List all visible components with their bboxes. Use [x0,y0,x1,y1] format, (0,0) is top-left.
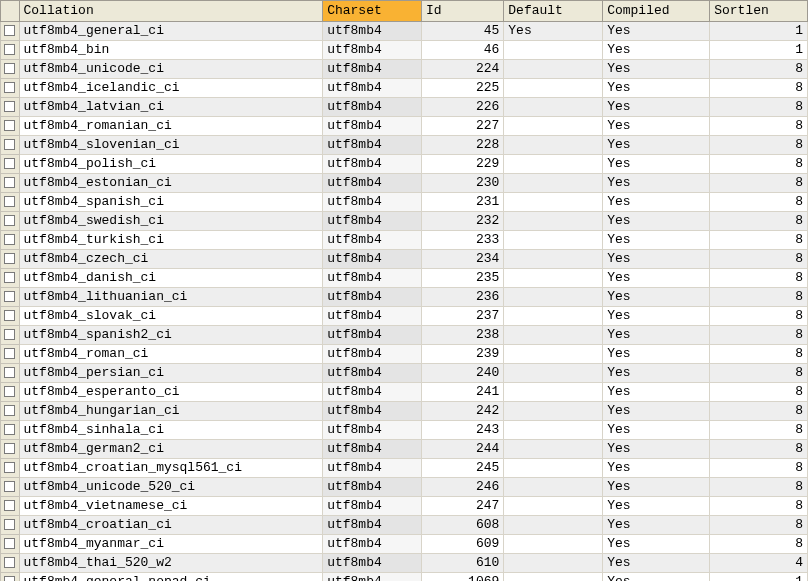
checkbox-icon[interactable] [4,557,15,568]
row-checkbox[interactable] [1,155,20,174]
cell-sortlen: 8 [710,98,808,117]
table-row[interactable]: utf8mb4_slovenian_ciutf8mb4228Yes8 [1,136,808,155]
table-row[interactable]: utf8mb4_swedish_ciutf8mb4232Yes8 [1,212,808,231]
row-checkbox[interactable] [1,288,20,307]
row-checkbox[interactable] [1,535,20,554]
table-row[interactable]: utf8mb4_roman_ciutf8mb4239Yes8 [1,345,808,364]
row-checkbox[interactable] [1,459,20,478]
table-row[interactable]: utf8mb4_croatian_mysql561_ciutf8mb4245Ye… [1,459,808,478]
checkbox-icon[interactable] [4,215,15,226]
checkbox-icon[interactable] [4,443,15,454]
row-checkbox[interactable] [1,174,20,193]
row-checkbox[interactable] [1,117,20,136]
row-checkbox[interactable] [1,478,20,497]
checkbox-icon[interactable] [4,139,15,150]
checkbox-icon[interactable] [4,519,15,530]
checkbox-icon[interactable] [4,158,15,169]
row-checkbox[interactable] [1,364,20,383]
row-checkbox[interactable] [1,421,20,440]
row-checkbox[interactable] [1,98,20,117]
row-checkbox[interactable] [1,573,20,582]
table-row[interactable]: utf8mb4_unicode_ciutf8mb4224Yes8 [1,60,808,79]
table-row[interactable]: utf8mb4_czech_ciutf8mb4234Yes8 [1,250,808,269]
table-row[interactable]: utf8mb4_general_nopad_ciutf8mb41069Yes1 [1,573,808,582]
table-row[interactable]: utf8mb4_vietnamese_ciutf8mb4247Yes8 [1,497,808,516]
checkbox-icon[interactable] [4,538,15,549]
row-checkbox[interactable] [1,136,20,155]
checkbox-icon[interactable] [4,462,15,473]
checkbox-icon[interactable] [4,348,15,359]
checkbox-icon[interactable] [4,310,15,321]
row-checkbox[interactable] [1,193,20,212]
checkbox-icon[interactable] [4,44,15,55]
table-row[interactable]: utf8mb4_unicode_520_ciutf8mb4246Yes8 [1,478,808,497]
row-checkbox[interactable] [1,250,20,269]
checkbox-icon[interactable] [4,329,15,340]
table-row[interactable]: utf8mb4_polish_ciutf8mb4229Yes8 [1,155,808,174]
checkbox-icon[interactable] [4,253,15,264]
table-row[interactable]: utf8mb4_sinhala_ciutf8mb4243Yes8 [1,421,808,440]
column-header-charset[interactable]: Charset [323,1,422,22]
checkbox-icon[interactable] [4,424,15,435]
table-row[interactable]: utf8mb4_turkish_ciutf8mb4233Yes8 [1,231,808,250]
row-checkbox[interactable] [1,497,20,516]
checkbox-icon[interactable] [4,481,15,492]
checkbox-icon[interactable] [4,500,15,511]
row-checkbox[interactable] [1,41,20,60]
row-checkbox[interactable] [1,307,20,326]
checkbox-icon[interactable] [4,405,15,416]
column-header-default[interactable]: Default [504,1,603,22]
table-row[interactable]: utf8mb4_thai_520_w2utf8mb4610Yes4 [1,554,808,573]
column-header-compiled[interactable]: Compiled [603,1,710,22]
checkbox-icon[interactable] [4,82,15,93]
checkbox-icon[interactable] [4,101,15,112]
checkbox-icon[interactable] [4,291,15,302]
checkbox-icon[interactable] [4,367,15,378]
table-row[interactable]: utf8mb4_persian_ciutf8mb4240Yes8 [1,364,808,383]
table-row[interactable]: utf8mb4_latvian_ciutf8mb4226Yes8 [1,98,808,117]
table-row[interactable]: utf8mb4_myanmar_ciutf8mb4609Yes8 [1,535,808,554]
row-checkbox[interactable] [1,345,20,364]
checkbox-icon[interactable] [4,234,15,245]
column-header-id[interactable]: Id [421,1,503,22]
row-checkbox[interactable] [1,326,20,345]
table-row[interactable]: utf8mb4_hungarian_ciutf8mb4242Yes8 [1,402,808,421]
row-checkbox[interactable] [1,383,20,402]
row-checkbox[interactable] [1,231,20,250]
table-row[interactable]: utf8mb4_german2_ciutf8mb4244Yes8 [1,440,808,459]
column-header-collation[interactable]: Collation [19,1,323,22]
row-checkbox[interactable] [1,554,20,573]
row-checkbox[interactable] [1,79,20,98]
row-checkbox[interactable] [1,60,20,79]
row-checkbox[interactable] [1,269,20,288]
checkbox-icon[interactable] [4,196,15,207]
table-row[interactable]: utf8mb4_general_ciutf8mb445YesYes1 [1,22,808,41]
row-checkbox[interactable] [1,212,20,231]
table-row[interactable]: utf8mb4_icelandic_ciutf8mb4225Yes8 [1,79,808,98]
checkbox-icon[interactable] [4,177,15,188]
checkbox-icon[interactable] [4,25,15,36]
select-all-checkbox-header[interactable] [1,1,20,22]
table-row[interactable]: utf8mb4_croatian_ciutf8mb4608Yes8 [1,516,808,535]
cell-collation: utf8mb4_esperanto_ci [19,383,323,402]
checkbox-icon[interactable] [4,120,15,131]
table-row[interactable]: utf8mb4_spanish2_ciutf8mb4238Yes8 [1,326,808,345]
checkbox-icon[interactable] [4,272,15,283]
checkbox-icon[interactable] [4,386,15,397]
table-row[interactable]: utf8mb4_romanian_ciutf8mb4227Yes8 [1,117,808,136]
table-row[interactable]: utf8mb4_danish_ciutf8mb4235Yes8 [1,269,808,288]
checkbox-icon[interactable] [4,576,15,581]
table-row[interactable]: utf8mb4_esperanto_ciutf8mb4241Yes8 [1,383,808,402]
row-checkbox[interactable] [1,402,20,421]
cell-id: 226 [421,98,503,117]
table-row[interactable]: utf8mb4_binutf8mb446Yes1 [1,41,808,60]
row-checkbox[interactable] [1,440,20,459]
table-row[interactable]: utf8mb4_lithuanian_ciutf8mb4236Yes8 [1,288,808,307]
table-row[interactable]: utf8mb4_spanish_ciutf8mb4231Yes8 [1,193,808,212]
row-checkbox[interactable] [1,516,20,535]
column-header-sortlen[interactable]: Sortlen [710,1,808,22]
table-row[interactable]: utf8mb4_estonian_ciutf8mb4230Yes8 [1,174,808,193]
table-row[interactable]: utf8mb4_slovak_ciutf8mb4237Yes8 [1,307,808,326]
checkbox-icon[interactable] [4,63,15,74]
row-checkbox[interactable] [1,22,20,41]
